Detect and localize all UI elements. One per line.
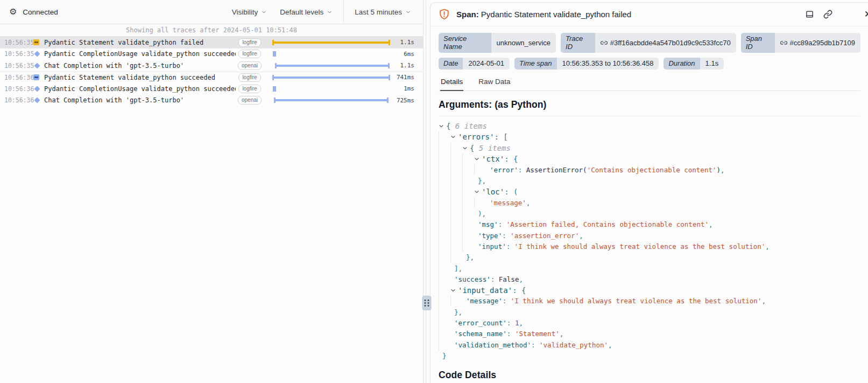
indent-guide (439, 230, 450, 241)
trace-row[interactable]: 10:56:35Pydantic Statement validate_pyth… (0, 37, 423, 48)
span-title-text: Pydantic Statement validate_python faile… (481, 10, 631, 19)
meta-badge-service-name: Service Nameunknown_service (439, 33, 556, 53)
tree-token: ) (716, 166, 721, 174)
trace-row[interactable]: 10:56:35Pydantic CompletionUsage validat… (0, 48, 423, 60)
tab-details[interactable]: Details (440, 74, 463, 91)
trace-name: Pydantic Statement validate_python faile… (44, 39, 236, 46)
tree-token: : { (504, 155, 518, 163)
trace-name: Chat Completion with 'gpt-3.5-turbo' (44, 62, 236, 69)
badge-value: 10:56:35.353 to 10:56:36.458 (557, 58, 659, 69)
tree-token: , (579, 232, 583, 240)
tree-token: 'loc' (482, 187, 504, 196)
trace-row[interactable]: 10:56:36Pydantic Statement validate_pyth… (0, 72, 423, 83)
visibility-dropdown[interactable]: Visibility (232, 8, 267, 16)
warning-collapse-icon[interactable] (33, 39, 39, 45)
badge-label: Time span (514, 58, 557, 69)
tree-token: , (721, 166, 725, 174)
tree-collapse-chevron-icon[interactable] (450, 288, 458, 293)
indent-guide (439, 175, 450, 186)
span-header: Span: Pydantic Statement validate_python… (431, 3, 868, 26)
span-diamond-icon (34, 62, 40, 68)
scope-tag: logfire (238, 38, 260, 47)
tree-collapse-chevron-icon[interactable] (439, 123, 446, 129)
trace-row[interactable]: 10:56:35Chat Completion with 'gpt-3.5-tu… (0, 60, 423, 72)
trace-icon-cell (33, 98, 44, 102)
meta-badge-trace-id[interactable]: Trace ID#3ff16acbdde4a547b01d9c9c533fcc7… (561, 33, 736, 53)
tree-collapse-chevron-icon[interactable] (462, 145, 470, 151)
badge-value: 2024-05-01 (463, 58, 510, 69)
tree-line: 'success': False, (439, 274, 860, 284)
trace-duration: 1.1s (393, 62, 423, 69)
close-icon[interactable]: ✕ (864, 9, 868, 20)
settings-gear-icon[interactable]: ⚙ (9, 8, 17, 16)
timeline-bar (272, 40, 391, 45)
tree-token: : (507, 319, 515, 327)
chevron-down-icon (261, 9, 267, 15)
tree-token: 'validation_method' (454, 341, 531, 349)
indent-guide (474, 197, 486, 208)
indent-guide (450, 230, 462, 241)
copy-link-icon[interactable] (823, 10, 832, 19)
tree-collapse-chevron-icon[interactable] (450, 134, 458, 140)
tree-line: } (439, 350, 860, 361)
code-details-heading: Code Details (439, 370, 860, 381)
info-collapse-icon[interactable] (33, 74, 39, 80)
span-diamond-icon (34, 86, 40, 92)
dock-panel-icon[interactable] (805, 10, 814, 19)
tree-collapse-chevron-icon[interactable] (474, 189, 482, 194)
trace-duration: 725ms (393, 97, 423, 104)
trace-list: 10:56:35Pydantic Statement validate_pyth… (0, 37, 423, 383)
tree-token: : (491, 275, 499, 283)
trace-duration: 6ms (393, 51, 423, 58)
trace-tag-cell: openai (236, 61, 264, 70)
span-detail-body: Service Nameunknown_serviceTrace ID#3ff1… (431, 26, 868, 383)
span-label: Span: (456, 10, 479, 19)
trace-time: 10:56:36 (4, 74, 33, 81)
indent-guide (450, 296, 462, 307)
tree-token: : (518, 166, 526, 174)
trace-row[interactable]: 10:56:36Pydantic CompletionUsage validat… (0, 83, 423, 95)
tree-token: 'Statement' (515, 330, 560, 338)
trace-icon-cell (33, 52, 44, 56)
tree-collapse-chevron-icon[interactable] (474, 156, 482, 162)
tab-raw-data[interactable]: Raw Data (478, 74, 511, 90)
scope-tag: logfire (238, 50, 260, 58)
timeline-bar (274, 98, 388, 103)
tree-token: } (442, 352, 447, 360)
indent-guide (439, 219, 450, 230)
tree-line: 'error': AssertionError('Contains object… (439, 164, 860, 175)
tree-token: : (502, 232, 510, 240)
default-levels-dropdown-label: Default levels (280, 8, 323, 16)
meta-badge-span-id[interactable]: Span ID#cc89a295db1b7109 (741, 33, 860, 53)
indent-guide (474, 164, 486, 175)
scope-tag: logfire (238, 73, 260, 82)
trace-row[interactable]: 10:56:36Chat Completion with 'gpt-3.5-tu… (0, 95, 423, 107)
tree-token: 'error_count' (454, 319, 507, 327)
trace-time: 10:56:35 (4, 39, 33, 46)
tree-token: 'message' (490, 199, 526, 207)
trace-tag-cell: logfire (236, 85, 264, 93)
trace-time: 10:56:35 (4, 50, 33, 58)
timeline-cell (264, 37, 393, 48)
span-diamond-icon (34, 98, 40, 103)
tree-line: }, (439, 175, 860, 186)
tree-token: 'validate_python' (539, 341, 608, 349)
span-title: Span: Pydantic Statement validate_python… (456, 10, 631, 19)
connection-status: Connected (23, 8, 58, 16)
tree-token: : (531, 341, 539, 349)
detail-tabs: DetailsRaw Data (439, 74, 860, 91)
tree-token: 'message' (466, 297, 503, 305)
time-range-dropdown[interactable]: Last 5 minutes (355, 8, 411, 16)
drag-handle[interactable] (422, 296, 432, 310)
timeline-bar (275, 63, 390, 68)
indent-guide (439, 208, 450, 219)
trace-icon-cell (33, 74, 44, 80)
default-levels-dropdown[interactable]: Default levels (280, 8, 333, 16)
indent-guide (439, 263, 450, 274)
indent-guide (439, 339, 450, 350)
tree-token: 'assertion_error' (510, 232, 579, 240)
tree-token: 'I think we should always treat violence… (511, 297, 762, 305)
timeline-cell (264, 48, 393, 60)
tree-token: }, (466, 253, 474, 261)
indent-guide (439, 284, 450, 295)
